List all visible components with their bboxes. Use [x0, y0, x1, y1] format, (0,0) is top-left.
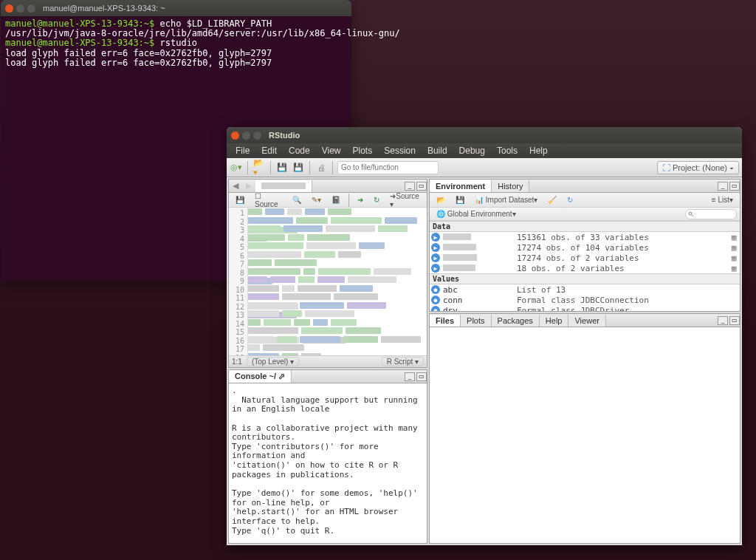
- menu-view[interactable]: View: [316, 146, 347, 156]
- tab-viewer[interactable]: Viewer: [568, 315, 605, 327]
- close-icon[interactable]: [5, 4, 13, 13]
- minimize-pane-icon[interactable]: _: [405, 372, 415, 381]
- grid-icon[interactable]: ▦: [729, 243, 738, 253]
- save-all-icon[interactable]: 💾: [292, 161, 305, 174]
- scope-selector[interactable]: (Top Level) ▾: [247, 357, 299, 366]
- menu-debug[interactable]: Debug: [453, 146, 491, 156]
- grid-icon[interactable]: ▦: [729, 233, 738, 242]
- run-icon[interactable]: ➜: [354, 194, 367, 205]
- clear-env-icon[interactable]: 🧹: [544, 194, 560, 205]
- find-icon[interactable]: 🔍: [289, 194, 305, 205]
- load-workspace-icon[interactable]: 📂: [433, 194, 449, 205]
- env-section-values: Values: [430, 273, 740, 284]
- goto-function-input[interactable]: [337, 161, 439, 174]
- grid-icon[interactable]: ▦: [729, 264, 738, 273]
- wand-icon[interactable]: ✎▾: [308, 194, 325, 205]
- close-icon[interactable]: [231, 132, 239, 140]
- nav-back-icon[interactable]: ◀: [229, 180, 242, 193]
- env-row[interactable]: ▶151361 obs. of 33 variables▦: [430, 232, 740, 242]
- editor-status: 1:1 (Top Level) ▾ R Script ▾: [229, 355, 427, 367]
- maximize-pane-icon[interactable]: ▭: [729, 182, 740, 191]
- tab-files[interactable]: Files: [430, 315, 461, 327]
- refresh-icon[interactable]: ↻: [563, 194, 577, 205]
- main-toolbar: ◎▾ 📂▾ 💾 💾 🖨 ⛶ Project: (None) ▾: [227, 158, 742, 177]
- separator: [332, 161, 333, 174]
- menu-file[interactable]: File: [230, 146, 255, 156]
- terminal-title: manuel@manuel-XPS-13-9343: ~: [43, 4, 165, 13]
- filetype-selector[interactable]: R Script ▾: [382, 357, 424, 366]
- menubar: File Edit Code View Plots Session Build …: [227, 143, 742, 158]
- maximize-icon[interactable]: [253, 132, 261, 140]
- env-row[interactable]: ▶17274 obs. of 104 variables▦: [430, 242, 740, 253]
- separator: [270, 161, 271, 174]
- project-selector[interactable]: ⛶ Project: (None) ▾: [657, 161, 739, 174]
- env-section-data: Data: [430, 221, 740, 232]
- tab-environment[interactable]: Environment: [430, 180, 492, 192]
- env-body: Data ▶151361 obs. of 33 variables▦▶17274…: [430, 221, 740, 311]
- console-body[interactable]: . Natural language support but running i…: [229, 383, 427, 543]
- console-pane: Console ~/ ⬀ _ ▭ . Natural language supp…: [228, 369, 427, 544]
- menu-tools[interactable]: Tools: [491, 146, 523, 156]
- files-tabs: Files Plots Packages Help Viewer _ ▭: [430, 314, 740, 327]
- print-icon[interactable]: 🖨: [315, 161, 328, 174]
- rerun-icon[interactable]: ↻: [370, 194, 383, 205]
- grid-icon[interactable]: ▦: [729, 253, 738, 263]
- env-tabs: Environment History _ ▭: [430, 180, 740, 193]
- menu-edit[interactable]: Edit: [255, 146, 283, 156]
- tab-console[interactable]: Console ~/ ⬀: [229, 370, 292, 383]
- rstudio-window: RStudio File Edit Code View Plots Sessio…: [227, 127, 742, 545]
- env-toolbar: 📂 💾 📊 Import Dataset▾ 🧹 ↻ ≡ List▾: [430, 193, 740, 208]
- env-row[interactable]: ●connFormal class JDBCConnection: [430, 295, 740, 305]
- env-row[interactable]: ●drvFormal class JDBCDriver: [430, 305, 740, 311]
- env-scope-bar: 🌐 Global Environment▾: [430, 208, 740, 221]
- maximize-icon[interactable]: [27, 4, 35, 13]
- minimize-pane-icon[interactable]: _: [718, 182, 728, 191]
- terminal-titlebar[interactable]: manuel@manuel-XPS-13-9343: ~: [1, 0, 351, 16]
- env-search-input[interactable]: [685, 209, 737, 219]
- separator: [309, 161, 310, 174]
- source-button[interactable]: ➜Source ▾: [386, 191, 424, 210]
- cursor-position: 1:1: [232, 358, 242, 366]
- tab-history[interactable]: History: [492, 180, 529, 192]
- minimize-icon[interactable]: [242, 132, 250, 140]
- menu-session[interactable]: Session: [378, 146, 422, 156]
- minimize-icon[interactable]: [16, 4, 24, 13]
- save-icon[interactable]: 💾: [275, 161, 289, 174]
- minimize-pane-icon[interactable]: _: [405, 182, 415, 191]
- env-row[interactable]: ▶17274 obs. of 2 variables▦: [430, 253, 740, 263]
- compile-icon[interactable]: 📓: [328, 194, 344, 205]
- menu-build[interactable]: Build: [422, 146, 453, 156]
- rstudio-title: RStudio: [269, 131, 300, 140]
- import-dataset-button[interactable]: 📊 Import Dataset▾: [471, 194, 541, 205]
- terminal-body[interactable]: manuel@manuel-XPS-13-9343:~$ echo $LD_LI…: [1, 16, 351, 71]
- files-body[interactable]: [430, 327, 740, 543]
- save-workspace-icon[interactable]: 💾: [452, 194, 468, 205]
- maximize-pane-icon[interactable]: ▭: [416, 182, 427, 191]
- line-gutter: 12345678910111213141516171819: [229, 208, 248, 355]
- environment-pane: Environment History _ ▭ 📂 💾 📊 Import Dat…: [429, 179, 740, 312]
- list-view-toggle[interactable]: ≡ List▾: [708, 194, 737, 205]
- save-icon[interactable]: 💾: [232, 194, 248, 205]
- maximize-pane-icon[interactable]: ▭: [416, 372, 427, 381]
- rstudio-titlebar[interactable]: RStudio: [227, 127, 742, 143]
- env-row[interactable]: ▶18 obs. of 2 variables▦: [430, 263, 740, 273]
- tab-packages[interactable]: Packages: [492, 315, 540, 327]
- files-pane: Files Plots Packages Help Viewer _ ▭: [429, 313, 740, 544]
- tab-plots[interactable]: Plots: [461, 315, 491, 327]
- scope-selector[interactable]: 🌐 Global Environment▾: [433, 208, 520, 219]
- console-tabs: Console ~/ ⬀ _ ▭: [229, 370, 427, 383]
- source-editor-pane: ◀ ▶ _ ▭ 💾 ☐ Source 🔍 ✎▾ 📓 ➜ ↻: [228, 179, 427, 368]
- maximize-pane-icon[interactable]: ▭: [729, 316, 740, 325]
- separator: [348, 194, 349, 207]
- menu-code[interactable]: Code: [283, 146, 316, 156]
- source-on-save-toggle[interactable]: ☐ Source: [251, 191, 286, 210]
- open-folder-icon[interactable]: 📂▾: [252, 161, 266, 174]
- editor-body[interactable]: 12345678910111213141516171819: [229, 208, 427, 355]
- new-file-icon[interactable]: ◎▾: [230, 161, 243, 174]
- menu-help[interactable]: Help: [523, 146, 554, 156]
- env-row[interactable]: ●abcList of 13: [430, 284, 740, 295]
- tab-help[interactable]: Help: [540, 315, 569, 327]
- minimize-pane-icon[interactable]: _: [718, 316, 728, 325]
- menu-plots[interactable]: Plots: [347, 146, 379, 156]
- separator: [247, 161, 248, 174]
